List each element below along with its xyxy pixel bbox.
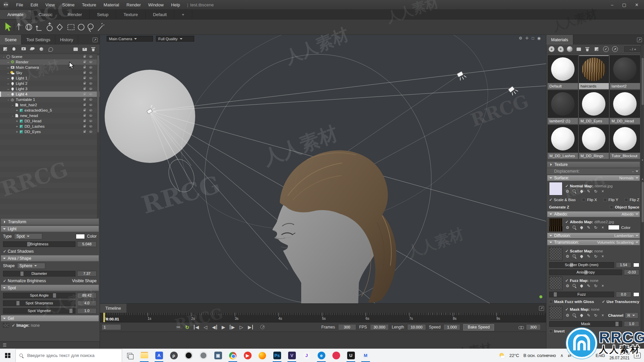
eyedropper-icon[interactable]	[579, 254, 584, 259]
visibility-icon[interactable]	[89, 82, 92, 84]
menu-help[interactable]: Help	[167, 2, 184, 7]
reload-icon[interactable]: ↻	[593, 284, 598, 288]
diameter-value[interactable]: 7.37	[77, 271, 97, 277]
visibility-icon[interactable]	[89, 104, 92, 106]
tree-item-sky[interactable]: –Sky	[0, 70, 100, 75]
menu-window[interactable]: Window	[145, 2, 167, 7]
bake-speed-button[interactable]: Bake Speed	[463, 324, 494, 330]
generate-z-button[interactable]: Generate Z	[549, 205, 569, 209]
albedo-color-swatch[interactable]	[608, 225, 620, 230]
convert-material-icon[interactable]	[594, 47, 600, 52]
materials-popout-icon[interactable]: ↗	[637, 38, 642, 42]
tree-item-main-camera[interactable]: –Main Camera	[0, 65, 100, 70]
scale-bias-checkbox[interactable]: ✓	[549, 198, 552, 202]
taskbar-app-marvelous[interactable]: M	[358, 349, 373, 362]
spot-vignette-slider[interactable]: Spot Vignette	[3, 308, 75, 314]
current-frame-field[interactable]: 1	[102, 324, 121, 330]
expander-icon[interactable]: +	[15, 130, 19, 134]
expander-icon[interactable]: -	[11, 103, 14, 107]
tree-item-dd_lashes[interactable]: +DD_Lashes	[0, 124, 100, 129]
visibility-icon[interactable]	[89, 61, 92, 63]
material-m_dd_eyes[interactable]: M_DD_Eyes	[579, 90, 609, 124]
lock-icon[interactable]	[84, 83, 86, 84]
gear-icon[interactable]: ⚙	[565, 225, 570, 230]
magnifier-icon[interactable]	[572, 313, 577, 318]
gel-image-checkbox[interactable]: ✓	[12, 323, 15, 327]
lock-icon[interactable]	[84, 94, 86, 95]
gear-icon[interactable]: ⚙	[565, 284, 570, 288]
diameter-slider[interactable]: Diameter	[3, 271, 75, 277]
use-translucency-checkbox[interactable]: ✓	[602, 300, 605, 304]
spot-sharpness-value[interactable]: 4.0	[77, 300, 97, 306]
eyedropper-icon[interactable]	[579, 313, 584, 318]
edit-icon[interactable]: ✎	[586, 254, 591, 259]
section-light[interactable]: Light	[1, 226, 99, 232]
material-lambert21[interactable]: lambert2 (1)	[548, 90, 578, 124]
loop-playback-icon[interactable]: ↻	[185, 325, 190, 330]
lock-icon[interactable]	[84, 126, 86, 127]
tab-history[interactable]: History	[55, 35, 78, 45]
section-spot[interactable]: Spot	[1, 285, 99, 291]
material-sphere-icon[interactable]	[567, 46, 573, 52]
clear-icon[interactable]: ×	[600, 284, 605, 288]
menu-material[interactable]: Material	[100, 2, 123, 7]
normal-map-checkbox[interactable]: ✓	[565, 184, 569, 188]
normalize-brightness-checkbox[interactable]: ✓	[3, 279, 6, 283]
tree-item-scene[interactable]: -Scene	[0, 54, 100, 59]
viewport-move-icon[interactable]: ✛	[525, 36, 529, 41]
add-light-icon[interactable]	[12, 47, 18, 52]
taskbar-app-opera[interactable]	[329, 349, 343, 362]
close-button[interactable]: ✕	[635, 2, 639, 7]
albedo-map-checkbox[interactable]: ✓	[565, 220, 569, 224]
expander-icon[interactable]: -	[11, 114, 14, 118]
play-reverse-icon[interactable]: ◁	[204, 325, 207, 329]
section-displacement[interactable]: Displacement: -	[547, 168, 640, 174]
flip-z-checkbox[interactable]	[625, 198, 628, 201]
clear-icon[interactable]: ×	[600, 313, 605, 318]
flip-x-checkbox[interactable]	[582, 198, 585, 201]
taskbar-app-youtube[interactable]: ▶	[240, 349, 255, 362]
quality-dropdown[interactable]: Full Quality	[156, 36, 194, 42]
section-gel[interactable]: Gel	[1, 315, 99, 321]
battery-icon[interactable]	[576, 354, 582, 357]
playhead[interactable]	[103, 313, 105, 322]
fuzz-map-checkbox[interactable]: ✓	[565, 279, 569, 283]
cast-shadows-checkbox[interactable]: ✓	[3, 249, 6, 253]
add-material-icon[interactable]: +	[549, 46, 554, 52]
magnifier-icon[interactable]	[572, 225, 577, 230]
reload-icon[interactable]: ↻	[593, 225, 598, 230]
play-forward-icon[interactable]: ▷	[239, 325, 243, 329]
folder-icon[interactable]	[73, 47, 79, 52]
clear-icon[interactable]: ×	[600, 189, 605, 194]
flip-y-checkbox[interactable]	[603, 198, 607, 201]
edit-icon[interactable]: ✎	[586, 313, 591, 318]
duplicate-material-icon[interactable]: +	[558, 46, 564, 52]
visibility-icon[interactable]	[89, 131, 92, 133]
scatter-map-thumbnail[interactable]	[549, 247, 562, 260]
expander-icon[interactable]: -	[6, 98, 10, 102]
clear-icon[interactable]: ×	[600, 254, 605, 259]
workspace-tab-animate[interactable]: Animate	[0, 10, 31, 19]
scatter-depth-slider[interactable]: Scatter Depth (mm)	[549, 262, 614, 268]
lock-icon[interactable]	[84, 88, 86, 90]
workspace-tab-add[interactable]: +	[174, 10, 192, 19]
step-back-icon[interactable]: ◀	[212, 325, 217, 329]
tree-item-new_head[interactable]: -new_head	[0, 113, 100, 118]
taskbar-app-obs[interactable]	[181, 349, 196, 362]
visibility-icon[interactable]	[89, 115, 92, 117]
clock[interactable]: 19:48 26.07.2021	[609, 351, 630, 360]
add-material-icon[interactable]	[48, 47, 54, 52]
lock-icon[interactable]	[84, 104, 86, 106]
workspace-tab-texture[interactable]: Texture	[116, 10, 146, 19]
scene-popout-icon[interactable]: ↗	[93, 38, 98, 42]
visibility-icon[interactable]	[89, 72, 92, 74]
material-m_dd_rings[interactable]: M_DD_Rings	[579, 125, 609, 159]
materials-scrollbar[interactable]: ▲ ▼	[641, 45, 644, 349]
mask-map-thumbnail[interactable]	[549, 306, 562, 319]
normal-map-thumbnail[interactable]	[549, 182, 562, 195]
gear-icon[interactable]: ⚙	[565, 254, 570, 259]
weather-temp[interactable]: 22°C	[509, 353, 519, 358]
add-folder-icon[interactable]	[82, 47, 88, 52]
scene-tree-scrollbar[interactable]	[97, 54, 99, 218]
search-input[interactable]: Введите здесь текст для поиска	[15, 349, 122, 362]
